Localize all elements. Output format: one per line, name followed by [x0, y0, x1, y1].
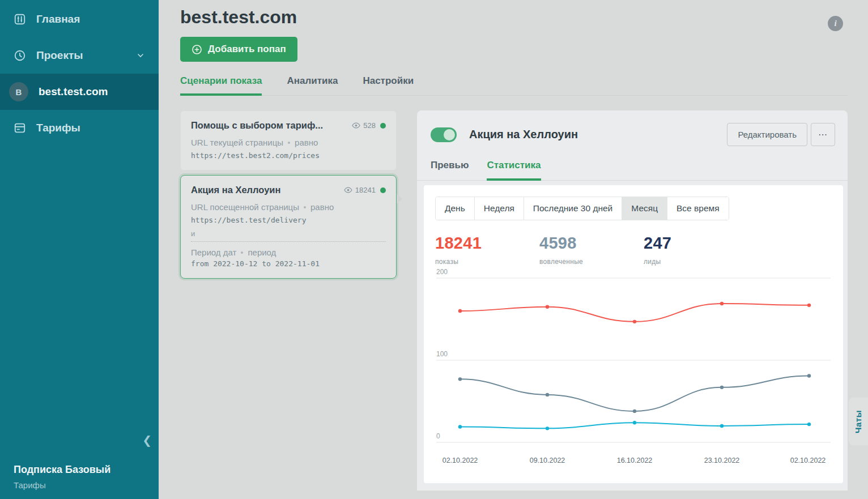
dotted-divider: [191, 241, 386, 242]
popup-title: Акция на Хеллоуин: [469, 128, 727, 141]
range-month-button[interactable]: Месяц: [622, 197, 667, 220]
condition-type: Период дат: [191, 248, 236, 257]
condition-value: https://best.test/delivery: [191, 216, 386, 224]
metric-views: 18241 показы: [435, 234, 539, 266]
condition-value: https://test.best2.com/prices: [191, 151, 386, 160]
chats-tab[interactable]: Чаты: [849, 398, 868, 445]
scenario-title: Помощь с выбором тариф...: [191, 120, 346, 131]
sidebar-item-label: Тарифы: [36, 122, 80, 134]
project-avatar: B: [9, 82, 28, 101]
tab-statistics[interactable]: Статистика: [487, 160, 541, 181]
sidebar-item-label: best.test.com: [39, 86, 108, 98]
condition-operator: период: [248, 248, 276, 257]
svg-text:02.10.2022: 02.10.2022: [442, 457, 478, 464]
status-dot-active: [380, 123, 386, 129]
condition-type: URL текущей страницы: [191, 138, 283, 147]
metric-leads-value: 247: [644, 234, 748, 253]
metric-leads-label: лиды: [644, 258, 748, 266]
info-icon[interactable]: i: [828, 16, 843, 31]
views-counter: 528: [352, 121, 376, 130]
views-counter: 18241: [344, 186, 376, 194]
projects-icon: [14, 49, 26, 62]
edit-button[interactable]: Редактировать: [727, 123, 807, 146]
svg-text:09.10.2022: 09.10.2022: [530, 457, 565, 464]
sidebar-nav: Главная Проекты B best.test.com Тарифы: [0, 0, 159, 146]
condition-joiner: и: [191, 229, 386, 238]
sidebar-collapse-button[interactable]: ❮: [142, 433, 152, 447]
sidebar-item-label: Главная: [36, 13, 80, 25]
date-range-selector: День Неделя Последние 30 дней Месяц Все …: [435, 197, 729, 220]
svg-text:16.10.2022: 16.10.2022: [617, 457, 653, 464]
statistics-panel: День Неделя Последние 30 дней Месяц Все …: [424, 185, 843, 483]
subscription-block: Подписка Базовый Тарифы: [14, 464, 110, 490]
dashboard-icon: [14, 13, 26, 25]
tab-analytics[interactable]: Аналитика: [287, 75, 338, 95]
selected-card-pointer: [397, 194, 402, 204]
scenario-card-tariff-help[interactable]: Помощь с выбором тариф... 528 URL текуще…: [180, 110, 397, 170]
svg-text:02.10.2022: 02.10.2022: [790, 457, 826, 464]
sidebar-item-project-best-test-com[interactable]: B best.test.com: [0, 74, 159, 110]
metric-leads: 247 лиды: [644, 234, 748, 266]
condition-value: from 2022-10-12 to 2022-11-01: [191, 259, 320, 268]
svg-text:23.10.2022: 23.10.2022: [704, 457, 740, 464]
more-options-button[interactable]: ⋯: [811, 123, 835, 146]
tab-scenarios[interactable]: Сценарии показа: [180, 75, 262, 96]
sidebar: Главная Проекты B best.test.com Тарифы ❮…: [0, 0, 159, 499]
metric-engaged: 4598 вовлеченные: [539, 234, 644, 266]
scenario-title: Акция на Хеллоуин: [191, 185, 338, 195]
separator-dot: [304, 206, 306, 208]
page-title: best.test.com: [180, 7, 848, 28]
subscription-plan-label: Подписка Базовый: [14, 464, 110, 476]
chats-tab-label: Чаты: [854, 410, 863, 433]
metric-views-label: показы: [435, 258, 539, 266]
sidebar-item-label: Проекты: [36, 49, 83, 62]
scenario-card-halloween[interactable]: Акция на Хеллоуин 18241 URL посещенной с…: [180, 175, 397, 279]
svg-text:0: 0: [436, 432, 440, 440]
line-chart: 200100002.10.202209.10.202216.10.202223.…: [435, 268, 832, 467]
status-dot-active: [380, 187, 386, 193]
range-last30-button[interactable]: Последние 30 дней: [524, 197, 622, 220]
metric-views-value: 18241: [435, 234, 539, 253]
sidebar-item-projects[interactable]: Проекты: [0, 37, 159, 74]
range-week-button[interactable]: Неделя: [475, 197, 524, 220]
detail-tabs: Превью Статистика: [417, 160, 848, 181]
chevron-down-icon: [136, 51, 145, 60]
subscription-tariffs-link[interactable]: Тарифы: [14, 480, 110, 490]
range-alltime-button[interactable]: Все время: [667, 197, 729, 220]
condition-operator: равно: [310, 202, 334, 212]
tab-preview[interactable]: Превью: [431, 160, 469, 180]
eye-icon: [352, 121, 360, 130]
condition-operator: равно: [295, 138, 318, 147]
condition-type: URL посещенной страницы: [191, 202, 299, 212]
stats-chart: 200100002.10.202209.10.202216.10.202223.…: [435, 268, 832, 467]
sidebar-item-home[interactable]: Главная: [0, 1, 159, 37]
toggle-knob: [444, 129, 455, 140]
metrics-row: 18241 показы 4598 вовлеченные 247 лиды: [435, 234, 832, 266]
plus-circle-icon: [192, 44, 202, 55]
main-area: best.test.com i Добавить попап Сценарии …: [159, 0, 868, 499]
range-day-button[interactable]: День: [436, 197, 475, 220]
add-popup-label: Добавить попап: [208, 44, 286, 55]
tab-settings[interactable]: Настройки: [363, 75, 414, 95]
tariffs-icon: [14, 122, 26, 134]
add-popup-button[interactable]: Добавить попап: [180, 37, 297, 62]
separator-dot: [241, 251, 243, 254]
popup-detail-panel: Акция на Хеллоуин Редактировать ⋯ Превью…: [417, 110, 848, 491]
metric-engaged-value: 4598: [539, 234, 644, 253]
svg-text:200: 200: [436, 268, 448, 276]
main-tabs: Сценарии показа Аналитика Настройки: [180, 75, 848, 96]
metric-engaged-label: вовлеченные: [539, 258, 644, 266]
svg-text:100: 100: [436, 350, 448, 358]
separator-dot: [288, 142, 290, 144]
sidebar-item-tariffs[interactable]: Тарифы: [0, 110, 159, 146]
eye-icon: [344, 186, 352, 194]
popup-enabled-toggle[interactable]: [431, 127, 457, 142]
scenario-list: Помощь с выбором тариф... 528 URL текуще…: [180, 110, 397, 491]
